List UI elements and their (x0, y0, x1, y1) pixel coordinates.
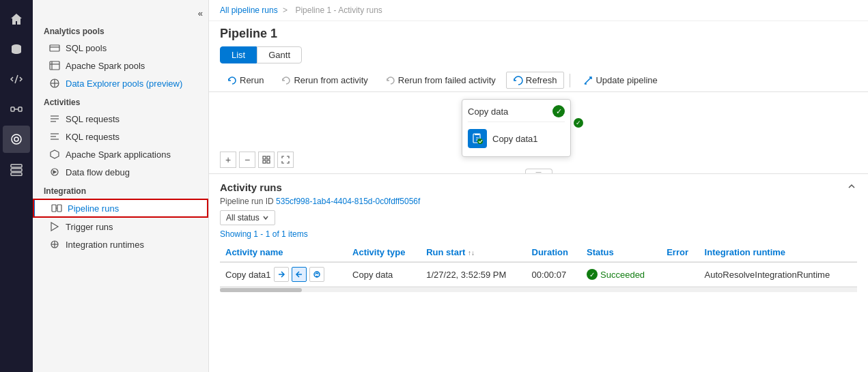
col-duration: Duration (527, 243, 582, 262)
popup-success-check: ✓ (552, 105, 565, 117)
sidebar-item-integration-runtimes[interactable]: Integration runtimes (33, 235, 208, 253)
sidebar-item-explorer-pools[interactable]: Data Explorer pools (preview) (33, 74, 208, 92)
showing-count: Showing 1 - 1 of 1 items (220, 229, 857, 239)
breadcrumb: All pipeline runs > Pipeline 1 - Activit… (209, 0, 868, 21)
manage-icon[interactable] (3, 156, 30, 183)
sidebar-item-dataflow-debug[interactable]: Data flow debug (33, 163, 208, 181)
rerun-from-failed-label: Rerun from failed activity (398, 75, 496, 85)
svg-rect-2 (11, 107, 14, 111)
svg-point-44 (316, 276, 317, 277)
scroll-thumb (220, 288, 302, 292)
status-filter-label: All status (226, 213, 260, 223)
row-input-action-button[interactable] (274, 267, 289, 282)
popup-title: Copy data (468, 106, 508, 117)
svg-line-1 (15, 75, 18, 83)
svg-rect-10 (50, 45, 59, 51)
cell-status: ✓ Succeeded (581, 262, 661, 287)
rerun-button[interactable]: Rerun (220, 72, 271, 89)
home-icon[interactable] (3, 5, 30, 33)
status-text: Succeeded (600, 270, 645, 280)
canvas-zoom-out-button[interactable]: − (239, 152, 255, 168)
sidebar-item-pipeline-runs[interactable]: Pipeline runs (33, 199, 208, 218)
sidebar-item-spark-apps[interactable]: Apache Spark applications (33, 145, 208, 163)
spark-apps-icon (49, 149, 60, 160)
sidebar: « Analytics pools SQL pools Apache Spark… (33, 0, 209, 372)
sidebar-item-trigger-runs[interactable]: Trigger runs (33, 218, 208, 235)
rerun-from-failed-icon (386, 76, 395, 85)
row-actions: Copy data1 (225, 267, 341, 282)
canvas-collapse-handle[interactable]: — (525, 169, 552, 174)
cell-run-start: 1/27/22, 3:52:59 PM (421, 262, 526, 287)
sort-icon: ↑↓ (468, 249, 475, 257)
canvas-fit-button[interactable] (258, 152, 275, 168)
develop-icon[interactable] (3, 66, 30, 93)
integration-section-header: Integration (33, 181, 208, 199)
pipeline-header: Pipeline 1 List Gantt (209, 21, 868, 69)
update-pipeline-button[interactable]: Update pipeline (576, 72, 664, 89)
svg-rect-39 (263, 156, 266, 159)
chevron-down-icon (262, 214, 269, 221)
col-activity-type: Activity type (347, 243, 421, 262)
breadcrumb-all-runs[interactable]: All pipeline runs (220, 5, 278, 15)
view-tabs: List Gantt (220, 46, 857, 63)
integration-runtimes-label: Integration runtimes (66, 240, 144, 250)
status-filter-dropdown[interactable]: All status (220, 210, 275, 225)
data-icon[interactable] (3, 35, 30, 63)
canvas-fullscreen-button[interactable] (277, 152, 294, 168)
sql-pools-label: SQL pools (66, 43, 107, 53)
sidebar-item-kql-requests[interactable]: KQL requests (33, 128, 208, 145)
sidebar-collapse-button[interactable]: « (33, 5, 208, 21)
rerun-from-failed-button[interactable]: Rerun from failed activity (378, 72, 503, 89)
activities-section-header: Activities (33, 92, 208, 110)
sidebar-item-sql-pools[interactable]: SQL pools (33, 39, 208, 57)
pipeline-runs-icon (51, 203, 62, 214)
row-output-action-button[interactable] (292, 267, 307, 282)
pipeline-run-id-value[interactable]: 535cf998-1ab4-4404-815d-0c0fdff5056f (276, 197, 420, 206)
svg-marker-28 (51, 223, 58, 231)
copy-data1-label: Copy data1 (492, 134, 538, 144)
activity-runs-section: Activity runs Pipeline run ID 535cf998-1… (209, 174, 868, 372)
rerun-from-activity-button[interactable]: Rerun from activity (274, 72, 375, 89)
horizontal-scrollbar[interactable] (220, 287, 857, 292)
canvas-success-node: ✓ (574, 118, 583, 128)
refresh-button[interactable]: Refresh (506, 72, 565, 89)
svg-rect-25 (52, 205, 56, 212)
copy-data1-item[interactable]: Copy data1 (468, 126, 565, 151)
sql-requests-icon (49, 113, 60, 124)
svg-point-36 (477, 139, 483, 144)
svg-rect-26 (57, 205, 61, 212)
integration-runtimes-icon (49, 239, 60, 250)
cell-activity-name: Copy data1 (220, 262, 347, 287)
explorer-pools-label: Data Explorer pools (preview) (66, 78, 182, 89)
tab-list[interactable]: List (220, 46, 257, 63)
row-details-action-button[interactable] (309, 267, 324, 282)
pipeline-canvas[interactable]: Copy data ✓ Copy data1 ✓ + − (209, 92, 868, 174)
rerun-icon (227, 76, 237, 85)
activity-runs-collapse-button[interactable] (846, 181, 857, 194)
status-success-dot: ✓ (587, 269, 598, 280)
activity-name-text: Copy data1 (225, 270, 271, 280)
update-pipeline-icon (583, 76, 593, 85)
monitor-icon[interactable] (3, 126, 30, 153)
sidebar-item-sql-requests[interactable]: SQL requests (33, 110, 208, 128)
breadcrumb-current: Pipeline 1 - Activity runs (295, 5, 382, 15)
pipeline-toolbar: Rerun Rerun from activity Rerun from fai… (209, 69, 868, 92)
svg-rect-7 (11, 164, 22, 167)
rerun-label: Rerun (240, 75, 264, 85)
cell-integration-runtime: AutoResolveIntegrationRuntime (699, 262, 857, 287)
col-status: Status (581, 243, 661, 262)
spark-pools-label: Apache Spark pools (66, 61, 145, 71)
canvas-controls: + − (220, 152, 294, 168)
canvas-zoom-in-button[interactable]: + (220, 152, 236, 168)
pipelines-icon[interactable] (3, 96, 30, 123)
popup-header: Copy data ✓ (468, 105, 565, 122)
sidebar-item-spark-pools[interactable]: Apache Spark pools (33, 57, 208, 74)
pipeline-runs-label: Pipeline runs (68, 203, 119, 214)
cell-duration: 00:00:07 (527, 262, 582, 287)
dataflow-debug-label: Data flow debug (66, 167, 130, 177)
svg-point-6 (14, 137, 18, 141)
spark-pools-icon (49, 60, 60, 71)
col-error: Error (661, 243, 699, 262)
tab-gantt[interactable]: Gantt (257, 46, 302, 63)
table-header: Activity name Activity type Run start ↑↓… (220, 243, 857, 262)
